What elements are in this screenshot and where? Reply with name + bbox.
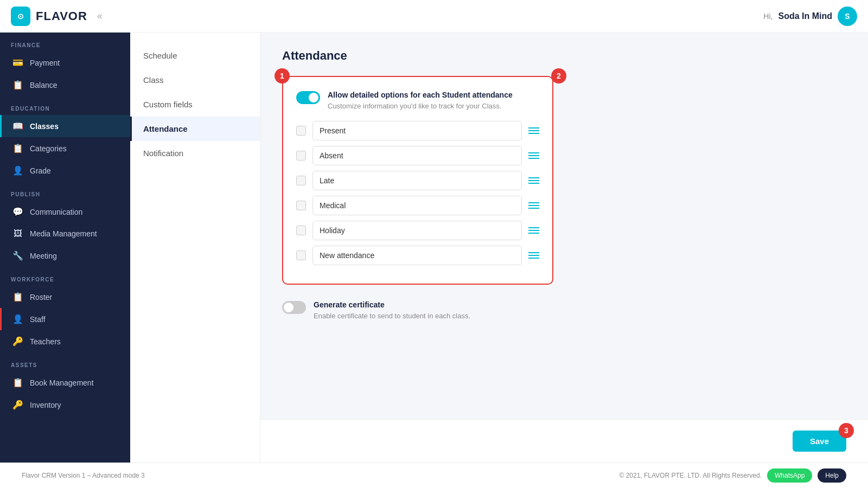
sidebar-section-label-education: EDUCATION — [0, 96, 130, 115]
attendance-row-new — [296, 246, 539, 265]
drag-handle-late[interactable] — [528, 177, 539, 184]
sidebar-item-meeting[interactable]: 🔧 Meeting — [0, 245, 130, 267]
sidebar-item-payment[interactable]: 💳 Payment — [0, 52, 130, 74]
sidebar-item-book[interactable]: 📋 Book Management — [0, 371, 130, 394]
help-button[interactable]: Help — [818, 468, 846, 483]
logo-text: FLAVOR — [36, 9, 87, 23]
sidebar-section-label-assets: ASSETS — [0, 352, 130, 371]
sidebar-item-communication[interactable]: 💬 Communication — [0, 201, 130, 223]
sub-nav-schedule[interactable]: Schedule — [130, 43, 260, 68]
attendance-card: Allow detailed options for each Student … — [282, 76, 553, 285]
logo-area: ⊙ FLAVOR « — [11, 7, 103, 26]
drag-handle-medical[interactable] — [528, 202, 539, 209]
footer-copyright: © 2021, FLAVOR PTE. LTD. All Rights Rese… — [619, 472, 762, 479]
cert-row: Generate certificate Enable certificate … — [282, 300, 553, 320]
sub-nav-notification[interactable]: Notification — [130, 141, 260, 165]
sidebar-item-balance[interactable]: 📋 Balance — [0, 74, 130, 96]
cert-text: Generate certificate Enable certificate … — [314, 300, 470, 320]
attendance-row-holiday — [296, 221, 539, 240]
balance-icon: 📋 — [12, 80, 23, 90]
badge-3: 3 — [839, 423, 854, 438]
sidebar-item-teachers[interactable]: 🔑 Teachers — [0, 330, 130, 352]
badge-1: 1 — [275, 68, 290, 84]
drag-handle-holiday[interactable] — [528, 227, 539, 234]
cert-toggle[interactable] — [282, 301, 306, 314]
save-button[interactable]: Save — [793, 431, 846, 452]
checkbox-late[interactable] — [296, 176, 306, 185]
sidebar-section-label-publish: PUBLISH — [0, 182, 130, 201]
sidebar-section-assets: ASSETS 📋 Book Management 🔑 Inventory — [0, 352, 130, 416]
checkbox-present[interactable] — [296, 126, 306, 136]
footer-right: © 2021, FLAVOR PTE. LTD. All Rights Rese… — [619, 468, 846, 483]
sidebar: FINANCE 💳 Payment 📋 Balance EDUCATION 📖 … — [0, 33, 130, 463]
top-header: ⊙ FLAVOR « Hi, Soda In Mind S — [0, 0, 868, 33]
whatsapp-button[interactable]: WhatsApp — [767, 468, 812, 483]
attendance-row-absent — [296, 146, 539, 165]
input-medical[interactable] — [312, 196, 522, 215]
drag-handle-absent[interactable] — [528, 152, 539, 159]
sub-nav-attendance[interactable]: Attendance — [130, 117, 260, 141]
input-late[interactable] — [312, 171, 522, 190]
save-area: Save 3 — [260, 419, 868, 463]
main-layout: FINANCE 💳 Payment 📋 Balance EDUCATION 📖 … — [0, 33, 868, 463]
drag-handle-new[interactable] — [528, 252, 539, 259]
badge-2: 2 — [551, 68, 566, 84]
sidebar-item-inventory[interactable]: 🔑 Inventory — [0, 394, 130, 416]
sidebar-item-media[interactable]: 🖼 Media Management — [0, 223, 130, 245]
attendance-toggle[interactable] — [296, 91, 320, 104]
sidebar-item-categories[interactable]: 📋 Categories — [0, 137, 130, 159]
header-greeting: Hi, — [763, 12, 773, 21]
save-badge-wrap: Save 3 — [793, 431, 846, 452]
input-present[interactable] — [312, 121, 522, 140]
attendance-row-present — [296, 121, 539, 140]
grade-icon: 👤 — [12, 165, 23, 176]
sidebar-item-classes[interactable]: 📖 Classes — [0, 115, 130, 137]
sidebar-section-label-workforce: WORKFORCE — [0, 267, 130, 286]
sidebar-item-staff[interactable]: 👤 Staff — [0, 308, 130, 330]
main-content: Attendance 1 2 Allow detailed options fo… — [260, 33, 868, 419]
book-icon: 📋 — [12, 377, 23, 388]
input-holiday[interactable] — [312, 221, 522, 240]
sidebar-section-finance: FINANCE 💳 Payment 📋 Balance — [0, 33, 130, 96]
teachers-icon: 🔑 — [12, 336, 23, 346]
content-area: Schedule Class Custom fields Attendance … — [130, 33, 868, 463]
user-avatar[interactable]: S — [838, 7, 857, 26]
sidebar-item-roster[interactable]: 📋 Roster — [0, 286, 130, 308]
collapse-icon[interactable]: « — [97, 10, 103, 22]
attendance-row-late — [296, 171, 539, 190]
footer: Flavor CRM Version 1 – Advanced mode 3 ©… — [0, 463, 868, 488]
sidebar-section-publish: PUBLISH 💬 Communication 🖼 Media Manageme… — [0, 182, 130, 267]
staff-icon: 👤 — [12, 314, 23, 324]
cert-section: Generate certificate Enable certificate … — [282, 300, 553, 320]
sub-nav: Schedule Class Custom fields Attendance … — [130, 33, 260, 463]
categories-icon: 📋 — [12, 143, 23, 153]
sidebar-section-workforce: WORKFORCE 📋 Roster 👤 Staff 🔑 Teachers — [0, 267, 130, 352]
attendance-toggle-text: Allow detailed options for each Student … — [328, 90, 513, 110]
sidebar-section-education: EDUCATION 📖 Classes 📋 Categories 👤 Grade — [0, 96, 130, 182]
meeting-icon: 🔧 — [12, 251, 23, 261]
sub-nav-custom-fields[interactable]: Custom fields — [130, 92, 260, 117]
attendance-toggle-row: Allow detailed options for each Student … — [296, 90, 539, 110]
input-absent[interactable] — [312, 146, 522, 165]
logo-icon: ⊙ — [11, 7, 30, 26]
page-title: Attendance — [282, 49, 846, 63]
payment-icon: 💳 — [12, 57, 23, 68]
sidebar-item-grade[interactable]: 👤 Grade — [0, 159, 130, 182]
sidebar-section-label-finance: FINANCE — [0, 33, 130, 52]
footer-version: Flavor CRM Version 1 – Advanced mode 3 — [22, 472, 145, 479]
input-new-attendance[interactable] — [312, 246, 522, 265]
roster-icon: 📋 — [12, 292, 23, 302]
sub-nav-class[interactable]: Class — [130, 68, 260, 92]
inventory-icon: 🔑 — [12, 400, 23, 410]
header-username: Soda In Mind — [778, 11, 832, 21]
checkbox-holiday[interactable] — [296, 226, 306, 235]
checkbox-new[interactable] — [296, 251, 306, 260]
checkbox-absent[interactable] — [296, 151, 306, 160]
drag-handle-present[interactable] — [528, 127, 539, 134]
header-right: Hi, Soda In Mind S — [763, 7, 857, 26]
media-icon: 🖼 — [12, 229, 23, 239]
attendance-row-medical — [296, 196, 539, 215]
checkbox-medical[interactable] — [296, 201, 306, 210]
communication-icon: 💬 — [12, 207, 23, 217]
classes-icon: 📖 — [12, 121, 23, 131]
